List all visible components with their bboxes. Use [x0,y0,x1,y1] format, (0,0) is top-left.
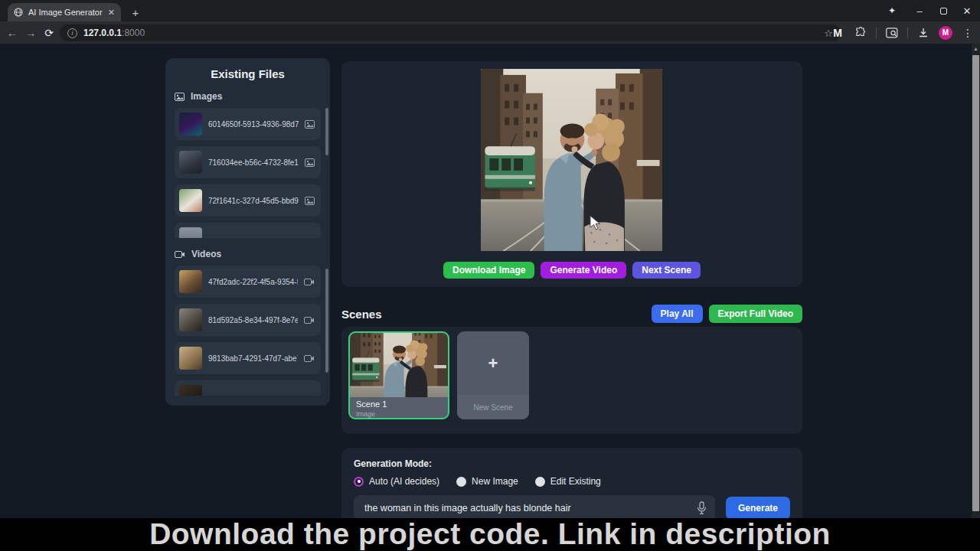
download-image-button[interactable]: Download Image [443,262,534,279]
url-text: 127.0.0.1:8000 [83,28,145,38]
viewer-panel: Download Image Generate Video Next Scene [341,61,802,287]
file-thumbnail [179,347,202,370]
new-scene-label: New Scene [457,395,529,419]
scene-title: Scene 1 [356,399,442,409]
play-all-button[interactable]: Play All [652,305,703,323]
image-icon [175,93,185,101]
next-scene-button[interactable]: Next Scene [632,262,701,279]
radio-icon [456,477,466,487]
video-icon [304,278,315,286]
mode-auto-radio[interactable]: Auto (AI decides) [354,476,439,487]
image-file-row[interactable] [175,223,321,238]
scrollbar-thumb[interactable] [972,55,979,511]
extension-m-icon[interactable]: M [830,25,845,41]
favicon-globe-icon [14,8,23,17]
image-icon [305,158,315,167]
file-thumbnail [179,270,202,293]
browser-tab-strip: AI Image Generator ✕ + ✦ – ✕ [0,0,980,21]
plus-icon: + [457,331,529,395]
file-thumbnail [179,112,202,135]
scenes-heading: Scenes [341,308,382,321]
mouse-cursor [590,215,600,233]
images-section-header: Images [165,91,330,102]
page-scrollbar[interactable]: ▲ [972,44,980,518]
sidebar-title: Existing Files [165,67,330,80]
extensions-puzzle-icon[interactable] [853,25,868,41]
banner-text: Download the project code. Link in descr… [149,519,831,550]
image-file-row[interactable]: 6014650f-5913-4936-98d7-7c3c... [175,108,321,140]
browser-menu-icon[interactable]: ⋮ [960,25,975,41]
profile-avatar[interactable]: M [939,26,952,40]
prompt-text: the woman in this image actually has blo… [364,503,696,514]
generate-button[interactable]: Generate [726,497,790,520]
close-window-button[interactable]: ✕ [954,0,980,21]
minimize-button[interactable]: – [906,0,933,21]
tab-close-icon[interactable]: ✕ [108,8,115,18]
radio-checked-icon [354,477,364,487]
images-list-scrollbar[interactable] [325,108,328,238]
mode-edit-existing-radio[interactable]: Edit Existing [535,476,601,487]
browser-toolbar: ← → ⟳ i 127.0.0.1:8000 ☆ M M ⋮ [0,21,980,44]
export-full-video-button[interactable]: Export Full Video [709,305,802,323]
file-thumbnail [179,227,202,238]
file-thumbnail [179,385,202,396]
scenes-strip: Scene 1 Image + New Scene [341,327,802,434]
scene-type: Image [356,410,442,418]
scene-1-thumbnail [350,333,448,397]
microphone-icon[interactable] [696,501,707,515]
site-info-icon[interactable]: i [67,28,77,38]
new-scene-button[interactable]: + New Scene [457,331,529,419]
screen: AI Image Generator ✕ + ✦ – ✕ ← → ⟳ i 127… [0,0,980,551]
image-file-row[interactable]: 716034ee-b56c-4732-8fe1-5010... [175,146,321,178]
tab-title: AI Image Generator [28,8,103,17]
reload-button[interactable]: ⟳ [40,24,58,42]
sparkle-icon[interactable]: ✦ [879,0,905,21]
image-icon [305,120,315,129]
video-icon [304,354,315,363]
image-icon [305,197,315,205]
file-thumbnail [179,189,202,212]
browser-tab[interactable]: AI Image Generator ✕ [8,3,121,21]
image-file-row[interactable]: 72f1641c-327d-45d5-bbd9-347... [175,184,321,217]
videos-section-header: Videos [165,249,330,259]
new-tab-button[interactable]: + [127,4,144,21]
promo-banner: Download the project code. Link in descr… [0,518,980,551]
video-file-row[interactable]: 47fd2adc-22f2-4f5a-9354-f1a27... [175,266,321,298]
address-bar[interactable]: i 127.0.0.1:8000 ☆ [60,24,841,41]
downloads-icon[interactable] [916,25,931,41]
video-icon [175,250,185,259]
video-icon [304,316,315,324]
back-button[interactable]: ← [3,24,21,42]
video-file-row[interactable]: 81d592a5-8e34-497f-8e7e-d50b... [175,304,321,336]
video-file-row[interactable]: 9813bab7-4291-47d7-abe7-610f... [175,342,321,374]
mode-new-image-radio[interactable]: New Image [456,476,518,487]
file-thumbnail [179,308,202,331]
scene-card-1[interactable]: Scene 1 Image [348,331,449,419]
images-list: 6014650f-5913-4936-98d7-7c3c... 716034ee… [165,108,330,238]
radio-icon [535,477,545,487]
forward-button[interactable]: → [21,24,40,42]
reading-mode-icon[interactable] [884,25,900,41]
videos-list-scrollbar[interactable] [325,266,328,396]
generated-image [481,69,662,251]
generation-mode-label: Generation Mode: [354,458,790,469]
existing-files-panel: Existing Files Images 6014650f-5913-4936… [165,58,330,406]
restore-button[interactable] [930,0,956,21]
videos-list: 47fd2adc-22f2-4f5a-9354-f1a27... 81d592a… [165,266,330,396]
generate-video-button[interactable]: Generate Video [541,262,626,279]
file-thumbnail [179,151,202,174]
video-file-row[interactable] [175,380,321,396]
scrollbar-up-arrow[interactable]: ▲ [972,44,980,51]
